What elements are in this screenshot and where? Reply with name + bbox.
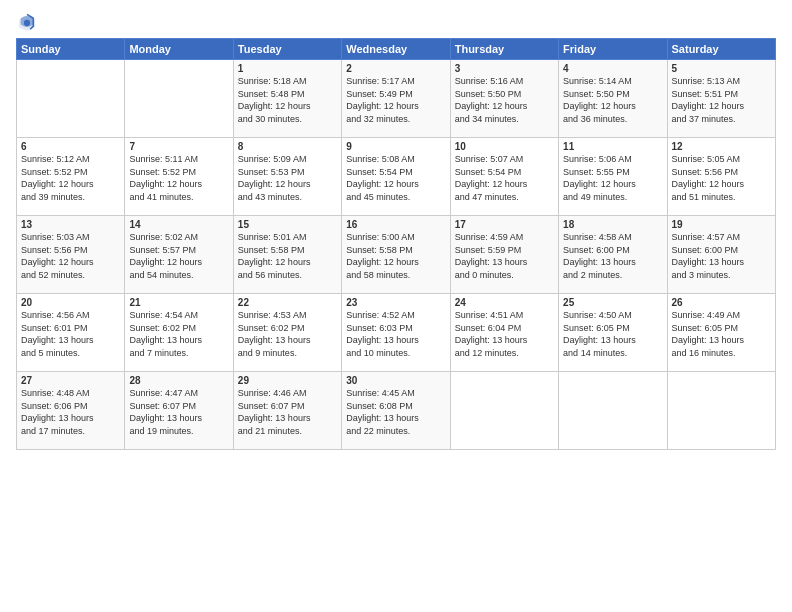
day-info: Sunrise: 4:56 AM Sunset: 6:01 PM Dayligh… xyxy=(21,309,120,359)
day-cell: 21Sunrise: 4:54 AM Sunset: 6:02 PM Dayli… xyxy=(125,294,233,372)
day-number: 16 xyxy=(346,219,445,230)
day-cell: 25Sunrise: 4:50 AM Sunset: 6:05 PM Dayli… xyxy=(559,294,667,372)
day-cell: 23Sunrise: 4:52 AM Sunset: 6:03 PM Dayli… xyxy=(342,294,450,372)
day-info: Sunrise: 5:13 AM Sunset: 5:51 PM Dayligh… xyxy=(672,75,771,125)
day-cell xyxy=(559,372,667,450)
day-cell: 17Sunrise: 4:59 AM Sunset: 5:59 PM Dayli… xyxy=(450,216,558,294)
logo xyxy=(16,12,42,34)
day-number: 14 xyxy=(129,219,228,230)
day-info: Sunrise: 4:53 AM Sunset: 6:02 PM Dayligh… xyxy=(238,309,337,359)
day-cell: 18Sunrise: 4:58 AM Sunset: 6:00 PM Dayli… xyxy=(559,216,667,294)
day-info: Sunrise: 5:07 AM Sunset: 5:54 PM Dayligh… xyxy=(455,153,554,203)
day-info: Sunrise: 4:50 AM Sunset: 6:05 PM Dayligh… xyxy=(563,309,662,359)
day-cell: 6Sunrise: 5:12 AM Sunset: 5:52 PM Daylig… xyxy=(17,138,125,216)
day-number: 28 xyxy=(129,375,228,386)
calendar-table: SundayMondayTuesdayWednesdayThursdayFrid… xyxy=(16,38,776,450)
day-number: 23 xyxy=(346,297,445,308)
day-cell: 14Sunrise: 5:02 AM Sunset: 5:57 PM Dayli… xyxy=(125,216,233,294)
day-cell: 30Sunrise: 4:45 AM Sunset: 6:08 PM Dayli… xyxy=(342,372,450,450)
day-cell: 3Sunrise: 5:16 AM Sunset: 5:50 PM Daylig… xyxy=(450,60,558,138)
logo-icon xyxy=(16,12,38,34)
day-info: Sunrise: 5:11 AM Sunset: 5:52 PM Dayligh… xyxy=(129,153,228,203)
day-number: 17 xyxy=(455,219,554,230)
day-number: 1 xyxy=(238,63,337,74)
day-cell: 22Sunrise: 4:53 AM Sunset: 6:02 PM Dayli… xyxy=(233,294,341,372)
day-cell: 7Sunrise: 5:11 AM Sunset: 5:52 PM Daylig… xyxy=(125,138,233,216)
day-cell: 5Sunrise: 5:13 AM Sunset: 5:51 PM Daylig… xyxy=(667,60,775,138)
day-info: Sunrise: 5:17 AM Sunset: 5:49 PM Dayligh… xyxy=(346,75,445,125)
day-number: 8 xyxy=(238,141,337,152)
day-info: Sunrise: 5:06 AM Sunset: 5:55 PM Dayligh… xyxy=(563,153,662,203)
day-number: 21 xyxy=(129,297,228,308)
day-info: Sunrise: 5:01 AM Sunset: 5:58 PM Dayligh… xyxy=(238,231,337,281)
day-number: 13 xyxy=(21,219,120,230)
day-info: Sunrise: 4:51 AM Sunset: 6:04 PM Dayligh… xyxy=(455,309,554,359)
day-info: Sunrise: 5:08 AM Sunset: 5:54 PM Dayligh… xyxy=(346,153,445,203)
day-number: 9 xyxy=(346,141,445,152)
day-cell: 20Sunrise: 4:56 AM Sunset: 6:01 PM Dayli… xyxy=(17,294,125,372)
day-cell: 10Sunrise: 5:07 AM Sunset: 5:54 PM Dayli… xyxy=(450,138,558,216)
day-cell: 26Sunrise: 4:49 AM Sunset: 6:05 PM Dayli… xyxy=(667,294,775,372)
day-info: Sunrise: 4:52 AM Sunset: 6:03 PM Dayligh… xyxy=(346,309,445,359)
day-info: Sunrise: 4:58 AM Sunset: 6:00 PM Dayligh… xyxy=(563,231,662,281)
day-info: Sunrise: 5:18 AM Sunset: 5:48 PM Dayligh… xyxy=(238,75,337,125)
day-number: 19 xyxy=(672,219,771,230)
day-number: 11 xyxy=(563,141,662,152)
day-cell: 19Sunrise: 4:57 AM Sunset: 6:00 PM Dayli… xyxy=(667,216,775,294)
day-info: Sunrise: 5:03 AM Sunset: 5:56 PM Dayligh… xyxy=(21,231,120,281)
day-cell: 2Sunrise: 5:17 AM Sunset: 5:49 PM Daylig… xyxy=(342,60,450,138)
day-info: Sunrise: 4:47 AM Sunset: 6:07 PM Dayligh… xyxy=(129,387,228,437)
day-number: 27 xyxy=(21,375,120,386)
day-info: Sunrise: 5:02 AM Sunset: 5:57 PM Dayligh… xyxy=(129,231,228,281)
day-info: Sunrise: 5:00 AM Sunset: 5:58 PM Dayligh… xyxy=(346,231,445,281)
day-number: 25 xyxy=(563,297,662,308)
col-header-tuesday: Tuesday xyxy=(233,39,341,60)
header-row: SundayMondayTuesdayWednesdayThursdayFrid… xyxy=(17,39,776,60)
day-info: Sunrise: 4:59 AM Sunset: 5:59 PM Dayligh… xyxy=(455,231,554,281)
day-cell xyxy=(125,60,233,138)
day-cell: 9Sunrise: 5:08 AM Sunset: 5:54 PM Daylig… xyxy=(342,138,450,216)
day-number: 2 xyxy=(346,63,445,74)
day-number: 30 xyxy=(346,375,445,386)
day-info: Sunrise: 4:49 AM Sunset: 6:05 PM Dayligh… xyxy=(672,309,771,359)
day-cell: 1Sunrise: 5:18 AM Sunset: 5:48 PM Daylig… xyxy=(233,60,341,138)
page: SundayMondayTuesdayWednesdayThursdayFrid… xyxy=(0,0,792,612)
day-info: Sunrise: 5:05 AM Sunset: 5:56 PM Dayligh… xyxy=(672,153,771,203)
day-number: 24 xyxy=(455,297,554,308)
day-number: 22 xyxy=(238,297,337,308)
day-info: Sunrise: 4:54 AM Sunset: 6:02 PM Dayligh… xyxy=(129,309,228,359)
day-info: Sunrise: 5:14 AM Sunset: 5:50 PM Dayligh… xyxy=(563,75,662,125)
day-number: 26 xyxy=(672,297,771,308)
day-cell: 8Sunrise: 5:09 AM Sunset: 5:53 PM Daylig… xyxy=(233,138,341,216)
day-info: Sunrise: 4:48 AM Sunset: 6:06 PM Dayligh… xyxy=(21,387,120,437)
day-cell: 12Sunrise: 5:05 AM Sunset: 5:56 PM Dayli… xyxy=(667,138,775,216)
day-cell: 29Sunrise: 4:46 AM Sunset: 6:07 PM Dayli… xyxy=(233,372,341,450)
svg-point-2 xyxy=(24,20,30,26)
col-header-saturday: Saturday xyxy=(667,39,775,60)
day-number: 7 xyxy=(129,141,228,152)
day-cell: 24Sunrise: 4:51 AM Sunset: 6:04 PM Dayli… xyxy=(450,294,558,372)
col-header-monday: Monday xyxy=(125,39,233,60)
day-number: 15 xyxy=(238,219,337,230)
day-number: 18 xyxy=(563,219,662,230)
header xyxy=(16,12,776,34)
col-header-sunday: Sunday xyxy=(17,39,125,60)
day-info: Sunrise: 4:45 AM Sunset: 6:08 PM Dayligh… xyxy=(346,387,445,437)
week-row-1: 1Sunrise: 5:18 AM Sunset: 5:48 PM Daylig… xyxy=(17,60,776,138)
col-header-wednesday: Wednesday xyxy=(342,39,450,60)
day-number: 5 xyxy=(672,63,771,74)
day-info: Sunrise: 5:09 AM Sunset: 5:53 PM Dayligh… xyxy=(238,153,337,203)
day-cell: 16Sunrise: 5:00 AM Sunset: 5:58 PM Dayli… xyxy=(342,216,450,294)
day-number: 20 xyxy=(21,297,120,308)
day-cell: 4Sunrise: 5:14 AM Sunset: 5:50 PM Daylig… xyxy=(559,60,667,138)
day-cell xyxy=(450,372,558,450)
day-cell: 15Sunrise: 5:01 AM Sunset: 5:58 PM Dayli… xyxy=(233,216,341,294)
week-row-3: 13Sunrise: 5:03 AM Sunset: 5:56 PM Dayli… xyxy=(17,216,776,294)
day-number: 4 xyxy=(563,63,662,74)
day-info: Sunrise: 4:46 AM Sunset: 6:07 PM Dayligh… xyxy=(238,387,337,437)
day-number: 12 xyxy=(672,141,771,152)
week-row-5: 27Sunrise: 4:48 AM Sunset: 6:06 PM Dayli… xyxy=(17,372,776,450)
day-number: 3 xyxy=(455,63,554,74)
day-cell: 13Sunrise: 5:03 AM Sunset: 5:56 PM Dayli… xyxy=(17,216,125,294)
day-cell xyxy=(667,372,775,450)
